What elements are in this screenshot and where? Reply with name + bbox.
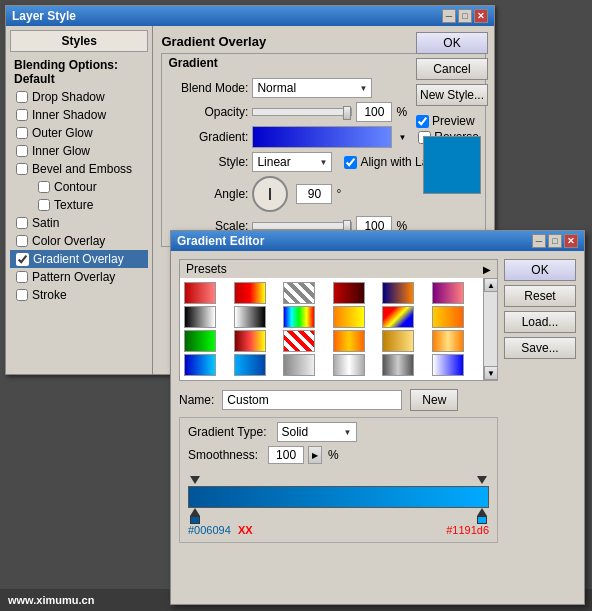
ge-maximize-btn[interactable]: □ (548, 234, 562, 248)
sidebar-item-color-overlay[interactable]: Color Overlay (10, 232, 148, 250)
layer-style-title: Layer Style (12, 9, 76, 23)
bottom-stop-left[interactable] (190, 508, 200, 524)
bottom-stop-left-arrow (190, 508, 200, 516)
new-style-button[interactable]: New Style... (416, 84, 488, 106)
preset-item-13[interactable] (184, 330, 216, 352)
opacity-thumb[interactable] (343, 106, 351, 120)
ge-load-button[interactable]: Load... (504, 311, 576, 333)
gradient-dropdown-arrow[interactable]: ▼ (398, 133, 406, 142)
preset-item-21[interactable] (283, 354, 315, 376)
preset-item-10[interactable] (333, 306, 365, 328)
sidebar-item-inner-shadow[interactable]: Inner Shadow (10, 106, 148, 124)
top-stop-right[interactable] (477, 476, 487, 484)
sidebar-item-drop-shadow[interactable]: Drop Shadow (10, 88, 148, 106)
close-btn[interactable]: ✕ (474, 9, 488, 23)
stroke-checkbox[interactable] (16, 289, 28, 301)
ge-close-btn[interactable]: ✕ (564, 234, 578, 248)
ge-minimize-btn[interactable]: ─ (532, 234, 546, 248)
sidebar-item-contour[interactable]: Contour (10, 178, 148, 196)
drop-shadow-checkbox[interactable] (16, 91, 28, 103)
sidebar-item-inner-glow[interactable]: Inner Glow (10, 142, 148, 160)
color-overlay-checkbox[interactable] (16, 235, 28, 247)
satin-checkbox[interactable] (16, 217, 28, 229)
preset-item-22[interactable] (333, 354, 365, 376)
ge-reset-button[interactable]: Reset (504, 285, 576, 307)
inner-shadow-checkbox[interactable] (16, 109, 28, 121)
preset-item-8[interactable] (234, 306, 266, 328)
maximize-btn[interactable]: □ (458, 9, 472, 23)
preset-item-7[interactable] (184, 306, 216, 328)
preset-item-18[interactable] (432, 330, 464, 352)
align-layer-checkbox[interactable] (344, 156, 357, 169)
sidebar-item-gradient-overlay[interactable]: Gradient Overlay (10, 250, 148, 268)
sidebar-item-outer-glow[interactable]: Outer Glow (10, 124, 148, 142)
watermark-url: www.ximumu.cn (8, 594, 94, 606)
sidebar-item-pattern-overlay[interactable]: Pattern Overlay (10, 268, 148, 286)
preset-item-15[interactable] (283, 330, 315, 352)
preset-item-3[interactable] (283, 282, 315, 304)
gradient-editor-title: Gradient Editor (177, 234, 264, 248)
gradient-editor-titlebar: Gradient Editor ─ □ ✕ (171, 231, 584, 251)
texture-checkbox[interactable] (38, 199, 50, 211)
angle-input[interactable] (296, 184, 332, 204)
scroll-up-btn[interactable]: ▲ (484, 278, 498, 292)
presets-scrollbar[interactable]: ▲ ▼ (483, 278, 497, 380)
outer-glow-checkbox[interactable] (16, 127, 28, 139)
sidebar-item-satin[interactable]: Satin (10, 214, 148, 232)
scroll-down-btn[interactable]: ▼ (484, 366, 498, 380)
preset-item-6[interactable] (432, 282, 464, 304)
preset-item-14[interactable] (234, 330, 266, 352)
gradient-color-labels: #006094 XX #1191d6 (188, 522, 489, 538)
gradient-bar[interactable] (188, 486, 489, 508)
gradient-bar-area (188, 472, 489, 522)
gradient-preview[interactable] (252, 126, 392, 148)
name-input[interactable] (222, 390, 402, 410)
ge-save-button[interactable]: Save... (504, 337, 576, 359)
preset-item-4[interactable] (333, 282, 365, 304)
bottom-stop-right[interactable] (477, 508, 487, 524)
preset-item-9[interactable] (283, 306, 315, 328)
preset-item-19[interactable] (184, 354, 216, 376)
preset-item-17[interactable] (382, 330, 414, 352)
preset-item-11[interactable] (382, 306, 414, 328)
presets-title-row: Presets ▶ (180, 260, 497, 278)
style-dropdown[interactable]: Linear ▼ (252, 152, 332, 172)
top-stop-left[interactable] (190, 476, 200, 484)
preview-checkbox[interactable] (416, 115, 429, 128)
ge-ok-button[interactable]: OK (504, 259, 576, 281)
preset-item-24[interactable] (432, 354, 464, 376)
inner-glow-checkbox[interactable] (16, 145, 28, 157)
presets-expand-icon[interactable]: ▶ (483, 264, 491, 275)
ok-button[interactable]: OK (416, 32, 488, 54)
blend-mode-arrow: ▼ (359, 84, 367, 93)
bevel-checkbox[interactable] (16, 163, 28, 175)
sidebar-item-texture[interactable]: Texture (10, 196, 148, 214)
preset-item-2[interactable] (234, 282, 266, 304)
scale-slider[interactable] (252, 222, 352, 230)
gradient-overlay-checkbox[interactable] (16, 253, 29, 266)
smoothness-input[interactable] (268, 446, 304, 464)
preset-item-16[interactable] (333, 330, 365, 352)
preset-item-12[interactable] (432, 306, 464, 328)
preset-item-1[interactable] (184, 282, 216, 304)
sidebar: Styles Blending Options: Default Drop Sh… (6, 26, 153, 374)
contour-checkbox[interactable] (38, 181, 50, 193)
sidebar-item-bevel[interactable]: Bevel and Emboss (10, 160, 148, 178)
preset-item-5[interactable] (382, 282, 414, 304)
opacity-slider[interactable] (252, 108, 352, 116)
sidebar-item-blending[interactable]: Blending Options: Default (10, 56, 148, 88)
pattern-overlay-checkbox[interactable] (16, 271, 28, 283)
smoothness-row: Smoothness: ▶ % (188, 446, 489, 464)
opacity-input[interactable] (356, 102, 392, 122)
minimize-btn[interactable]: ─ (442, 9, 456, 23)
cancel-button[interactable]: Cancel (416, 58, 488, 80)
preset-item-20[interactable] (234, 354, 266, 376)
blend-mode-dropdown[interactable]: Normal ▼ (252, 78, 372, 98)
sidebar-item-stroke[interactable]: Stroke (10, 286, 148, 304)
smoothness-stepper[interactable]: ▶ (308, 446, 322, 464)
new-button[interactable]: New (410, 389, 458, 411)
preset-item-23[interactable] (382, 354, 414, 376)
gradient-type-dropdown[interactable]: Solid ▼ (277, 422, 357, 442)
angle-control[interactable] (252, 176, 288, 212)
angle-indicator (269, 188, 271, 200)
